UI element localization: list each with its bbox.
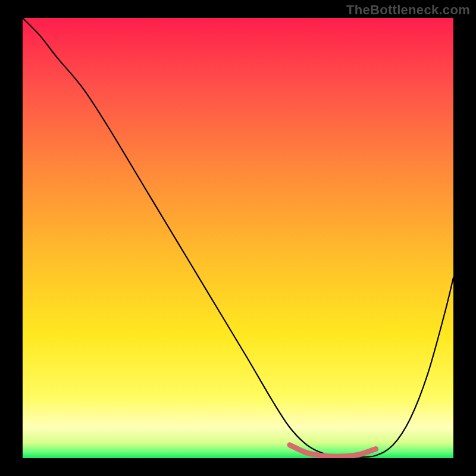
plot-area <box>23 18 453 458</box>
watermark-text: TheBottleneck.com <box>346 2 470 18</box>
chart-frame: TheBottleneck.com <box>0 0 476 476</box>
bottleneck-curve-chart <box>23 18 453 458</box>
gradient-background <box>23 18 453 458</box>
